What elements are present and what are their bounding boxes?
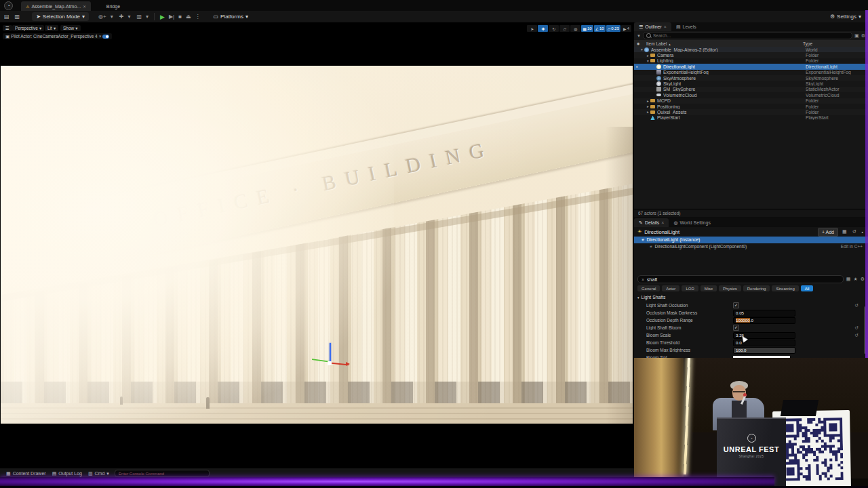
edit-cpp-link[interactable]: Edit in C++ (841, 244, 863, 249)
close-icon[interactable]: × (99, 34, 102, 39)
close-icon[interactable]: × (83, 3, 86, 9)
outliner-row[interactable]: PlayerStartPlayerStart (634, 115, 868, 121)
outliner-row[interactable]: ▸CameraFolder (634, 52, 868, 58)
filter-icon[interactable]: ▼ (637, 34, 641, 38)
filter-chip-all[interactable]: All (801, 285, 814, 291)
frame-skip-button[interactable]: ▶| (169, 14, 174, 20)
filter-chip-physics[interactable]: Physics (719, 285, 741, 291)
expander-icon[interactable]: ▸ (646, 54, 650, 58)
browse-icon[interactable]: ▦ (842, 229, 847, 235)
cinematics-icon[interactable]: ▥ (136, 14, 142, 20)
chevron-down-icon[interactable]: ▾ (146, 14, 149, 20)
selection-mode-button[interactable]: ➤ Selection Mode ▾ (32, 12, 89, 21)
expander-icon[interactable]: ▾ (639, 47, 644, 52)
filter-chip-misc[interactable]: Misc (701, 285, 717, 291)
outliner-row[interactable]: VolumetricCloudVolumetricCloud (634, 92, 868, 98)
cmd-button[interactable]: ▥ Cmd ▾ (88, 471, 109, 476)
property-value-input[interactable]: 100000.0 (733, 317, 795, 324)
platforms-button[interactable]: ▭ Platforms ▾ (210, 12, 252, 21)
column-item-label[interactable]: Item Label ▲ (646, 41, 803, 46)
outliner-row[interactable]: SkyLightSkyLight (634, 81, 868, 86)
filter-chip-rendering[interactable]: Rendering (743, 285, 770, 291)
stop-button[interactable]: ■ (178, 14, 182, 20)
chevron-down-icon[interactable]: ▾ (111, 14, 113, 20)
bridge-tab[interactable]: Bridge (102, 1, 125, 11)
blueprints-icon[interactable]: ✚ (119, 14, 124, 20)
outliner-row[interactable]: SM_SkySphereStaticMeshActor (634, 87, 868, 92)
scale-snap-toggle[interactable]: ▱0.25 (606, 25, 620, 32)
filter-chip-lod[interactable]: LOD (682, 285, 698, 291)
gizmo-origin[interactable] (328, 361, 332, 365)
tab-levels[interactable]: ▤ Levels (671, 22, 701, 31)
column-type[interactable]: Type (803, 41, 865, 46)
viewport-options-button[interactable]: ☰ (3, 25, 12, 31)
chevron-down-icon[interactable]: ▾ (127, 14, 130, 20)
rotate-tool[interactable]: ↻ (549, 25, 559, 32)
eye-icon[interactable]: ◉ (637, 41, 646, 45)
output-log-button[interactable]: ▤ Output Log (52, 471, 82, 476)
coordinate-space-toggle[interactable]: ◍ (570, 25, 580, 32)
import-icon[interactable]: ▥ (15, 14, 20, 20)
settings-button[interactable]: ⚙ Settings ▾ (830, 14, 861, 20)
filter-chip-general[interactable]: General (637, 285, 660, 291)
outliner-row[interactable]: ▸Quixel_AssetsFolder (634, 109, 868, 115)
outliner-row[interactable]: SkyAtmosphereSkyAtmosphere (634, 75, 868, 81)
save-icon[interactable]: ▤ (4, 14, 9, 20)
show-button[interactable]: Show ▾ (60, 25, 81, 31)
filter-chip-streaming[interactable]: Streaming (772, 285, 798, 291)
clear-search-icon[interactable]: × (642, 277, 644, 282)
lock-icon[interactable]: ▪ (862, 230, 863, 235)
section-light-shafts[interactable]: ▾ Light Shafts (637, 295, 665, 300)
instance-row[interactable]: ☀ DirectionalLight (Instance) (634, 237, 868, 243)
tab-outliner[interactable]: ☰ Outliner × (634, 22, 671, 31)
outliner-row[interactable]: ▸PositioningFolder (634, 104, 868, 109)
asset-tab-active[interactable]: ⚠ Assemble_Map-Atmo... × (21, 1, 91, 11)
close-icon[interactable]: × (664, 24, 667, 29)
create-folder-icon[interactable]: ▣ (854, 33, 859, 39)
display-options-icon[interactable]: ▦ (846, 277, 851, 282)
outliner-row[interactable]: ▸MCPDFolder (634, 98, 868, 104)
property-checkbox[interactable]: ✓ (733, 302, 739, 308)
pilot-toggle[interactable] (102, 35, 109, 39)
property-value-input[interactable]: 100.0 (733, 347, 795, 354)
gear-icon[interactable]: ⚙ (861, 277, 865, 282)
favorites-icon[interactable]: ★ (853, 277, 857, 282)
outliner-row[interactable]: ▾LightingFolder (634, 58, 868, 64)
camera-speed[interactable]: ▶4 (621, 25, 631, 32)
expander-icon[interactable]: ▸ (646, 104, 650, 108)
add-component-button[interactable]: + Add (818, 228, 838, 237)
reset-icon[interactable]: ↺ (852, 229, 856, 235)
scale-tool[interactable]: ▱ (559, 25, 570, 32)
outliner-row[interactable]: ▾Assemble_Map-Atmos-2 (Editor)World (634, 47, 868, 52)
eject-button[interactable]: ⏏ (186, 14, 191, 20)
grid-snap-toggle[interactable]: ▦10 (581, 25, 593, 32)
property-value-input[interactable]: 0.05 (733, 310, 795, 317)
expander-icon[interactable]: ▸ (646, 110, 650, 114)
content-drawer-button[interactable]: ▦ Content Drawer (6, 471, 46, 476)
close-icon[interactable]: × (661, 220, 664, 225)
expander-icon[interactable]: ▸ (646, 99, 650, 103)
tab-details[interactable]: ✎ Details × (634, 218, 669, 227)
level-viewport[interactable]: ☰ Perspective ▾ Lit ▾ Show ▾ ▣ Pilot Act… (0, 22, 634, 468)
outliner-search-input[interactable]: Search... (643, 32, 852, 39)
pilot-actor-bar[interactable]: ▣ Pilot Actor: CineCameraActor_Perspecti… (3, 33, 112, 39)
perspective-button[interactable]: Perspective ▾ (12, 25, 44, 31)
outliner-row[interactable]: ExponentialHeightFogExponentialHeightFog (634, 70, 868, 75)
quick-add-icon[interactable]: ◍+ (98, 14, 106, 20)
outliner-row[interactable]: ●DirectionalLightDirectionalLight (634, 64, 868, 69)
reset-to-default-icon[interactable]: ↺ (855, 333, 859, 338)
filter-chip-actor[interactable]: Actor (662, 285, 679, 291)
unreal-logo-icon[interactable]: ◔ (4, 1, 13, 10)
console-command-input[interactable]: Enter Console Command (115, 470, 210, 477)
component-row[interactable]: ☀ DirectionalLightComponent (LightCompon… (634, 243, 868, 250)
play-options-icon[interactable]: ⋮ (195, 14, 201, 20)
tab-world-settings[interactable]: ◍ World Settings (669, 218, 715, 227)
expander-icon[interactable]: ▾ (646, 59, 650, 63)
play-button[interactable]: ▶ (160, 14, 165, 20)
move-tool[interactable]: ✚ (538, 25, 548, 32)
visibility-eye-icon[interactable]: ● (634, 64, 639, 68)
details-search-input[interactable]: × shaft (637, 275, 844, 283)
property-checkbox[interactable]: ✓ (733, 325, 739, 331)
lit-mode-button[interactable]: Lit ▾ (45, 25, 58, 31)
reset-to-default-icon[interactable]: ↺ (855, 303, 859, 308)
